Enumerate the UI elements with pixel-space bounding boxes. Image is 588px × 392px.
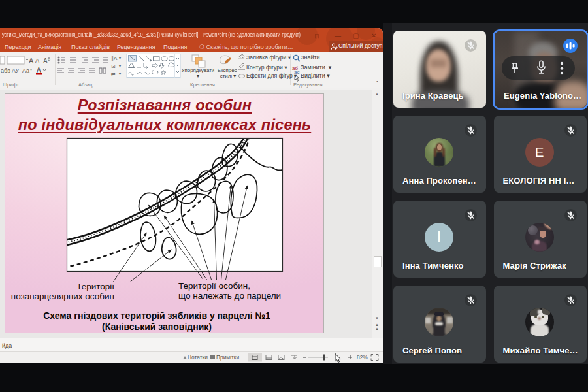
svg-text:АУ: АУ	[12, 67, 20, 74]
svg-text:Нотатки: Нотатки	[188, 354, 208, 361]
svg-text:А: А	[35, 57, 39, 64]
svg-text:А: А	[43, 57, 48, 65]
svg-text:абв: абв	[1, 67, 10, 74]
svg-text:Аа: Аа	[22, 67, 29, 74]
svg-text:▾: ▾	[119, 56, 121, 60]
svg-text:▾: ▾	[119, 64, 121, 68]
svg-text:⇄: ⇄	[111, 71, 116, 77]
svg-text:▾: ▾	[30, 67, 32, 71]
svg-text:А: А	[37, 67, 41, 74]
svg-text:Примітки: Примітки	[216, 354, 239, 361]
svg-text:∥А: ∥А	[111, 56, 118, 61]
svg-text:А: А	[29, 57, 34, 65]
svg-text:▾: ▾	[119, 72, 121, 76]
svg-text:⊡: ⊡	[111, 63, 116, 69]
svg-text:б: б	[48, 57, 50, 61]
svg-text:82%: 82%	[357, 354, 368, 361]
